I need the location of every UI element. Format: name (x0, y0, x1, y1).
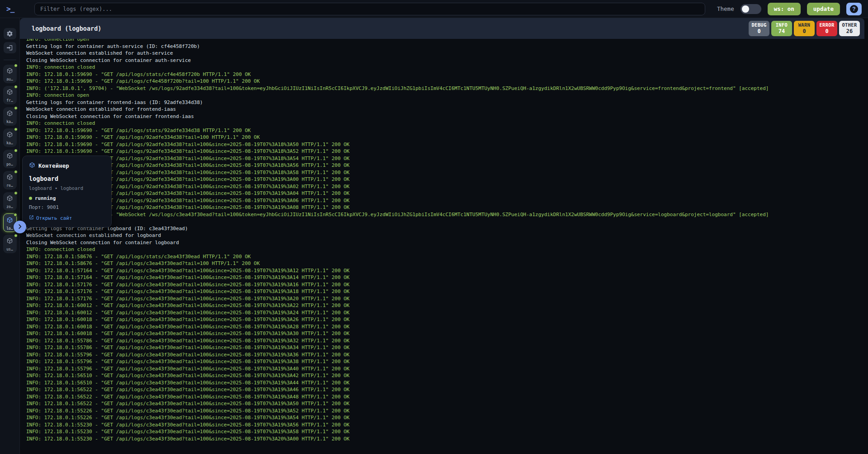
tooltip-status-row: running (29, 195, 105, 201)
cube-icon (6, 214, 13, 225)
log-line: INFO: 172.18.0.1:56522 - "GET /api/logs/… (26, 400, 864, 407)
topbar: >_ Theme ws: on update ? (0, 0, 868, 18)
container-label: au… (6, 77, 13, 81)
open-site-link[interactable]: Открыть сайт (29, 215, 105, 221)
level-badge[interactable]: INFO 74 (771, 21, 792, 36)
cube-icon (6, 128, 13, 140)
running-status-dot (14, 106, 18, 110)
update-button[interactable]: update (807, 3, 840, 15)
settings-button[interactable] (4, 28, 16, 39)
sidebar-container-tile[interactable]: fr… (3, 86, 17, 104)
log-line: INFO: 172.18.0.1:58676 - "GET /api/logs/… (26, 253, 864, 260)
tooltip-heading-row: Контейнер (29, 161, 105, 170)
theme-toggle[interactable] (741, 4, 761, 14)
sidebar-container-tile[interactable]: re… (3, 171, 17, 189)
logout-button[interactable] (4, 42, 16, 53)
log-line: INFO: 172.18.0.1:59690 - "GET /api/logs/… (26, 71, 864, 78)
running-status-dot (14, 149, 18, 152)
level-badge[interactable]: DEBUG 0 (749, 21, 769, 36)
log-line: INFO: 172.18.0.1:59690 - "GET /api/logs/… (26, 141, 864, 148)
sidebar-container-tile[interactable]: zo… (3, 192, 17, 211)
cube-icon (6, 107, 13, 118)
log-line: INFO: 172.18.0.1:55796 - "GET /api/logs/… (26, 358, 864, 365)
log-line: INFO: 172.18.0.1:59690 - "GET /api/logs/… (26, 197, 864, 204)
sidebar-container-tile[interactable]: po… (3, 150, 17, 168)
log-line: INFO: 172.18.0.1:59690 - "GET /api/logs/… (26, 162, 864, 169)
container-label: re… (6, 184, 13, 188)
log-line: INFO: 172.18.0.1:55230 - "GET /api/logs/… (26, 428, 864, 435)
cube-icon (6, 86, 13, 97)
badge-label: ERROR (818, 22, 835, 28)
badge-count: 0 (818, 28, 835, 34)
badge-count: 74 (773, 28, 790, 34)
log-line: INFO: connection open (26, 39, 864, 43)
log-line: INFO: 172.18.0.1:57176 - "GET /api/logs/… (26, 281, 864, 288)
level-badge[interactable]: ERROR 0 (816, 21, 837, 36)
container-label: fr… (6, 99, 13, 103)
sidebar-container-tile[interactable]: us… (3, 235, 17, 253)
log-line: Getting logs for container frontend-iaas… (26, 99, 864, 106)
log-line: INFO: 172.18.0.1:59690 - "GET /api/logs/… (26, 127, 864, 134)
container-label: ka… (6, 141, 13, 145)
log-line: INFO: 172.18.0.1:60012 - "GET /api/logs/… (26, 309, 864, 317)
filter-logs-input[interactable] (34, 3, 705, 15)
tooltip-heading: Контейнер (38, 162, 69, 169)
running-status-dot (14, 213, 17, 217)
log-line: INFO: 172.18.0.1:56522 - "GET /api/logs/… (26, 386, 864, 393)
log-line: INFO: 172.18.0.1:57164 - "GET /api/logs/… (26, 274, 864, 281)
badge-label: INFO (773, 22, 790, 28)
level-badge[interactable]: WARN 0 (794, 21, 815, 36)
log-line: INFO: connection open (26, 92, 864, 99)
help-button[interactable]: ? (846, 3, 862, 15)
theme-toggle-knob (742, 5, 749, 13)
log-line: INFO: 172.18.0.1:55230 - "GET /api/logs/… (26, 421, 864, 429)
running-status-dot (14, 191, 18, 195)
level-badge[interactable]: OTHER 26 (839, 21, 860, 36)
log-line: Getting logs for container auth-service … (26, 43, 864, 50)
log-line: INFO: 172.18.0.1:60018 - "GET /api/logs/… (26, 316, 864, 323)
log-line: INFO: 172.18.0.1:55796 - "GET /api/logs/… (26, 365, 864, 373)
container-label: us… (6, 247, 13, 251)
log-line: WebSocket connection established for aut… (26, 50, 864, 57)
log-line: INFO: 172.18.0.1:57176 - "GET /api/logs/… (26, 288, 864, 295)
chevron-right-icon (17, 223, 23, 231)
log-line: INFO: 172.18.0.1:56510 - "GET /api/logs/… (26, 379, 864, 387)
sidebar-expand-button[interactable] (14, 221, 26, 233)
sidebar-container-tile[interactable]: ka… (3, 107, 17, 126)
level-badges: DEBUG 0 INFO 74 WARN 0 ERROR 0 (749, 21, 860, 36)
tooltip-status: running (35, 195, 56, 201)
log-line: Closing WebSocket connection for contain… (26, 239, 864, 246)
log-line: WebSocket connection established for log… (26, 232, 864, 239)
cube-icon (6, 150, 13, 161)
sidebar-container-tile[interactable]: au… (3, 65, 17, 83)
badge-count: 0 (796, 28, 813, 34)
badge-label: OTHER (841, 22, 858, 28)
app-logo-terminal-icon: >_ (6, 5, 20, 13)
log-area[interactable]: INFO: connection open Getting logs for c… (20, 39, 864, 450)
log-line: INFO: 172.18.0.1:59690 - "GET /api/logs/… (26, 169, 864, 176)
log-line: INFO: 172.18.0.1:59690 - "GET /api/logs/… (26, 134, 864, 141)
log-line: Getting logs for container logboard (ID:… (26, 225, 864, 232)
theme-label: Theme (717, 5, 734, 12)
log-line: INFO: 172.18.0.1:55230 - "GET /api/logs/… (26, 435, 864, 443)
log-line: INFO: 172.18.0.1:58676 - "GET /api/logs/… (26, 260, 864, 267)
websocket-status-button[interactable]: ws: on (768, 3, 801, 15)
log-line: INFO: 172.18.0.1:59690 - "GET /api/logs/… (26, 78, 864, 85)
log-line: INFO: 172.18.0.1:56522 - "GET /api/logs/… (26, 393, 864, 401)
log-line: INFO: 172.18.0.1:55226 - "GET /api/logs/… (26, 414, 864, 421)
sidebar: au… fr… ka… (0, 18, 20, 454)
tooltip-subtitle: logboard • logboard (29, 185, 105, 191)
log-line: INFO: 172.18.0.1:59690 - "GET /api/logs/… (26, 183, 864, 190)
log-line: INFO: 172.18.0.1:55786 - "GET /api/logs/… (26, 344, 864, 351)
log-line: INFO: connection closed (26, 120, 864, 127)
sidebar-container-tile[interactable]: ka… (3, 128, 17, 147)
log-line: INFO: 172.18.0.1:55796 - "GET /api/logs/… (26, 351, 864, 359)
log-line: INFO: 172.18.0.1:59690 - "GET /api/logs/… (26, 190, 864, 197)
cube-icon (6, 235, 13, 246)
sidebar-divider (4, 60, 16, 60)
log-lines: INFO: connection open Getting logs for c… (26, 39, 864, 442)
running-status-dot (14, 170, 18, 174)
log-line: INFO: 172.18.0.1:59690 - "GET /api/logs/… (26, 155, 864, 162)
open-site-label: Открыть сайт (36, 215, 72, 221)
badge-count: 0 (750, 28, 768, 34)
